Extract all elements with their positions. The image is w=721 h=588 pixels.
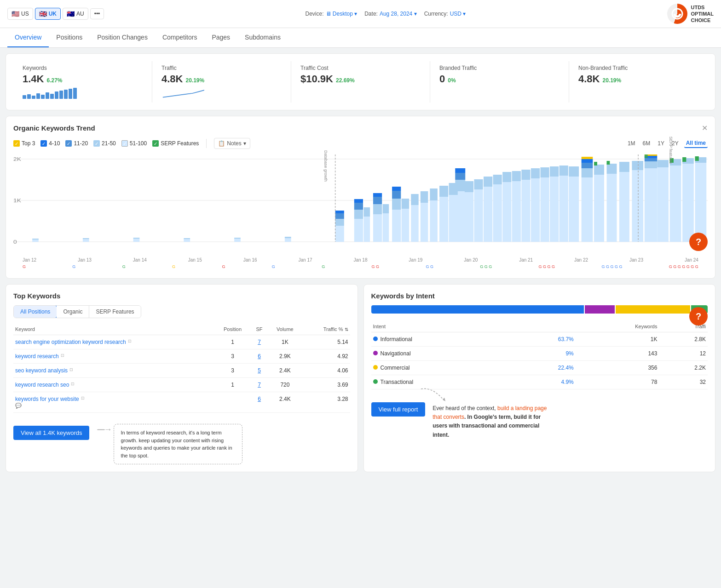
- view-all-keywords-button[interactable]: View all 1.4K keywords: [13, 426, 89, 440]
- tab-positions[interactable]: Positions: [49, 28, 90, 47]
- help-button-intent[interactable]: ?: [689, 307, 708, 325]
- svg-rect-89: [569, 177, 579, 242]
- serp-g13: G G G G G G G: [669, 264, 698, 269]
- traffic-transactional: 32: [659, 375, 708, 389]
- traffic-informational: 2.8K: [659, 332, 708, 347]
- time-6m[interactable]: 6M: [641, 139, 652, 148]
- sf-2[interactable]: 6: [258, 353, 261, 360]
- legend-4-10[interactable]: ✓ 4-10: [40, 140, 60, 147]
- table-row: search engine optimization keyword resea…: [13, 335, 350, 349]
- x-axis-labels: Jan 12 Jan 13 Jan 14 Jan 15 Jan 16 Jan 1…: [13, 257, 708, 263]
- kw-link-2[interactable]: keyword research ⊡: [15, 353, 213, 360]
- x-jan18: Jan 18: [353, 257, 367, 263]
- legend-11-20[interactable]: ✓ 11-20: [65, 140, 88, 147]
- country-tab-us[interactable]: 🇺🇸 US: [7, 8, 33, 20]
- traffic-change: 20.19%: [185, 77, 204, 84]
- svg-rect-50: [645, 154, 648, 158]
- chart-header: Organic Keywords Trend ✕: [13, 124, 708, 132]
- traffic-sort-icon[interactable]: ⇅: [345, 327, 348, 332]
- time-1y[interactable]: 1Y: [656, 139, 666, 148]
- svg-rect-25: [354, 210, 363, 219]
- tab-position-changes[interactable]: Position Changes: [90, 28, 155, 47]
- sf-5[interactable]: 6: [258, 396, 261, 402]
- country-tab-au[interactable]: 🇦🇺 AU: [63, 8, 88, 20]
- serp-g4: G: [172, 264, 175, 269]
- chart-section: Organic Keywords Trend ✕ ✓ Top 3 ✓ 4-10 …: [6, 116, 715, 279]
- svg-rect-77: [512, 181, 521, 242]
- legend-51-100[interactable]: ✓ 51-100: [121, 140, 147, 147]
- country-tab-uk[interactable]: 🇬🇧 UK: [35, 8, 61, 20]
- col-intent: Intent: [371, 321, 513, 332]
- svg-rect-97: [632, 170, 643, 242]
- pct-transactional[interactable]: 4.9%: [561, 379, 573, 385]
- annotation-serp: SERP features: [669, 137, 673, 164]
- kw-link-4[interactable]: keyword research seo ⊡: [15, 382, 213, 388]
- tab-organic[interactable]: Organic: [57, 306, 89, 318]
- kw-link-3[interactable]: seo keyword analysis ⊡: [15, 367, 213, 374]
- x-jan15: Jan 15: [188, 257, 202, 263]
- pos-5: [214, 392, 251, 413]
- view-full-report-button[interactable]: View full report: [371, 402, 426, 417]
- pos-4: 1: [214, 378, 251, 392]
- kw-tab-group: All Positions Organic SERP Features: [13, 305, 141, 318]
- uk-label: UK: [49, 11, 57, 17]
- top-keywords-panel: Top Keywords All Positions Organic SERP …: [6, 284, 358, 472]
- x-jan24: Jan 24: [685, 257, 698, 263]
- intent-bar: [371, 305, 708, 314]
- legend-top3-color: ✓: [13, 140, 20, 147]
- pct-commercial[interactable]: 22.4%: [558, 365, 574, 371]
- bar-9: [59, 91, 63, 99]
- tooltip-bubble: In terms of keyword research, it's a lon…: [114, 424, 242, 464]
- serp-g1: G: [23, 264, 26, 269]
- sf-1[interactable]: 7: [258, 339, 261, 345]
- svg-rect-45: [645, 168, 657, 242]
- col-volume: Volume: [268, 324, 302, 335]
- svg-rect-31: [373, 193, 382, 197]
- legend-serp[interactable]: ✓ SERP Features: [152, 140, 199, 147]
- pct-informational[interactable]: 63.7%: [558, 336, 574, 343]
- pct-navigational[interactable]: 9%: [565, 350, 573, 357]
- legend-top3[interactable]: ✓ Top 3: [13, 140, 35, 147]
- tab-pages[interactable]: Pages: [204, 28, 237, 47]
- kw-icon-4: ⊡: [71, 382, 75, 386]
- svg-rect-59: [421, 203, 428, 242]
- legend-21-50[interactable]: ✓ 21-50: [93, 140, 116, 147]
- kw-link-5[interactable]: keywords for your website ⊡: [15, 396, 213, 402]
- svg-rect-90: [569, 166, 579, 177]
- tab-subdomains[interactable]: Subdomains: [237, 28, 288, 47]
- help-button-chart[interactable]: ?: [689, 233, 708, 251]
- svg-rect-30: [373, 197, 382, 204]
- label-commercial: Commercial: [381, 365, 410, 371]
- x-jan17: Jan 17: [299, 257, 312, 263]
- tab-overview[interactable]: Overview: [7, 28, 49, 47]
- currency-control[interactable]: Currency: USD ▾: [424, 11, 466, 17]
- more-countries-button[interactable]: •••: [90, 8, 104, 19]
- date-control[interactable]: Date: Aug 28, 2024 ▾: [364, 11, 416, 17]
- close-chart-button[interactable]: ✕: [702, 124, 708, 132]
- nonbranded-label: Non-Branded Traffic: [578, 65, 698, 71]
- notes-button[interactable]: 📋 Notes ▾: [214, 138, 250, 149]
- serp-g11: G G G G: [539, 264, 555, 269]
- kw-link-1[interactable]: search engine optimization keyword resea…: [15, 339, 213, 345]
- vol-1: 1K: [268, 335, 302, 349]
- device-value: 🖥 Desktop ▾: [326, 11, 358, 17]
- tab-all-positions[interactable]: All Positions: [13, 305, 57, 318]
- tab-competitors[interactable]: Competitors: [155, 28, 204, 47]
- legend-divider: [206, 139, 207, 148]
- chart-title: Organic Keywords Trend: [13, 124, 95, 132]
- tooltip-area: - - - - - → In terms of keyword research…: [97, 420, 242, 464]
- keywords-table: Keyword Position SF Volume Traffic % ⇅ s…: [13, 324, 350, 413]
- tab-serp-features[interactable]: SERP Features: [89, 306, 140, 318]
- kw-transactional: 78: [576, 375, 659, 389]
- device-control[interactable]: Device: 🖥 Desktop ▾: [305, 11, 357, 17]
- bar-12: [73, 88, 77, 99]
- time-all[interactable]: All time: [684, 139, 708, 148]
- svg-rect-68: [465, 181, 473, 192]
- time-1m[interactable]: 1M: [626, 139, 637, 148]
- pos-1: 1: [214, 335, 251, 349]
- summary-branded: Branded Traffic 0 0%: [430, 61, 569, 103]
- sf-3[interactable]: 5: [258, 367, 261, 374]
- svg-rect-78: [512, 171, 521, 181]
- sf-4[interactable]: 7: [258, 382, 261, 388]
- list-item: Commercial 22.4% 356 2.2K: [371, 361, 708, 375]
